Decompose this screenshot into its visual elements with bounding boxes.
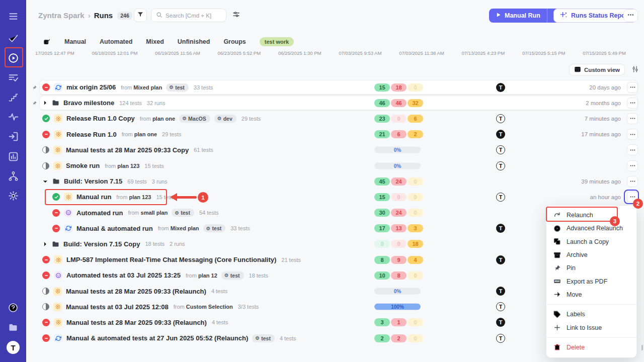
sidebar-item-menu[interactable] [0,9,26,23]
plan-name[interactable]: small plan [141,210,168,216]
run-name[interactable]: Automated tests at 03 Jul 2025 13:25 [66,272,181,279]
run-name[interactable]: Manual tests at 03 Jul 2025 12:08 [66,303,169,311]
env-chip[interactable]: ⚙test [172,209,194,217]
sidebar-item-import[interactable] [0,129,26,143]
assignee-avatar[interactable]: T [496,114,505,123]
plan-name[interactable]: plan one [134,131,157,137]
assignee-avatar[interactable]: T [496,161,505,170]
assignee-avatar[interactable]: T [496,83,505,92]
env-chip[interactable]: ⚙dev [214,115,236,123]
assignee-avatar[interactable]: T [496,224,505,233]
run-name[interactable]: Bravo milestone [63,99,114,107]
run-name[interactable]: Release Run 1.0 Copy [66,115,135,122]
run-name[interactable]: Manual tests at 28 Mar 2025 09:33 (Relau… [66,288,206,295]
assignee-avatar[interactable]: T [496,130,505,139]
run-group-row[interactable]: Build: Version 7.1569 tests3 runs4524039… [26,173,644,189]
assignee-avatar[interactable]: T [496,334,505,343]
expand-chevron-right-icon[interactable] [42,241,48,247]
run-name[interactable]: Manual run [76,193,111,201]
select-runs-icon[interactable] [43,38,51,46]
run-name[interactable]: Manual tests at 28 Mar 2025 09:33 (Relau… [66,319,207,326]
sidebar-item-test-list[interactable] [0,70,26,84]
tab-unfinished[interactable]: Unfinished [178,38,210,45]
tag-filter-badge[interactable]: test work [260,37,294,46]
sidebar-item-projects-folder[interactable] [0,320,26,334]
env-chip[interactable]: ⚙test [166,83,189,92]
menu-item-delete[interactable]: Delete [546,341,636,354]
sidebar-item-settings-gear[interactable] [0,189,26,203]
run-name[interactable]: Automated run [76,209,123,217]
run-row[interactable]: Release Run 1.0from plan one29 tests2162… [26,127,644,142]
menu-item-relaunch[interactable]: Relaunch [546,209,636,222]
plan-name[interactable]: Custom Selection [186,304,233,310]
filter-button[interactable] [134,9,147,22]
run-row[interactable]: Release Run 1.0 Copyfrom plan one⚙MacOS⚙… [26,111,644,126]
sidebar-item-analytics[interactable] [0,149,26,163]
run-name[interactable]: LMP-587 Implement Real-Time Chat Messagi… [66,256,276,263]
sidebar-item-branches[interactable] [0,169,26,183]
row-more-button[interactable] [627,98,638,109]
sidebar-item-steps[interactable] [0,90,26,104]
menu-item-link-to-issue[interactable]: Link to Issue [546,321,636,334]
breadcrumb-project[interactable]: Zyntra Spark [38,11,85,20]
search-input[interactable]: Search [Cmd + K] [151,9,226,22]
run-name[interactable]: Build: Version 7.15 [64,177,122,185]
tab-manual[interactable]: Manual [64,38,86,45]
run-name[interactable]: Manual tests at 28 Mar 2025 09:33 Copy [66,146,189,154]
plan-name[interactable]: plan 12 [198,273,217,279]
sidebar-account-avatar[interactable]: T [0,340,26,354]
run-name[interactable]: Manual & automated tests at 27 Jun 2025 … [66,334,248,342]
plan-name[interactable]: Mixed plan [171,225,199,231]
expand-chevron-right-icon[interactable] [42,100,48,106]
row-more-button[interactable] [627,192,638,203]
plan-name[interactable]: plan 123 [117,163,139,169]
run-name[interactable]: Manual & automated run [76,225,153,232]
run-group-row[interactable]: Bravo milestone124 tests32 runs4646322 m… [26,95,644,111]
row-more-button[interactable] [627,129,638,140]
run-name[interactable]: mix origin 25/06 [66,83,116,91]
row-more-button[interactable] [627,144,638,155]
menu-item-archive[interactable]: Archive [546,248,636,261]
menu-item-move[interactable]: Move [546,288,636,301]
scrollbar-thumb[interactable] [641,345,643,350]
row-more-button[interactable] [627,176,638,187]
custom-view-button[interactable]: Custom view [569,64,625,75]
menu-item-advanced-relaunch[interactable]: Advanced Relaunch [546,222,636,235]
sidebar-item-checks[interactable] [0,31,26,45]
sidebar-item-activity[interactable] [0,110,26,124]
menu-item-labels[interactable]: Labels [546,308,636,321]
run-row[interactable]: Manual runfrom plan 12315 tests1500Tan h… [26,189,644,205]
run-name[interactable]: Release Run 1.0 [66,131,117,138]
tab-mixed[interactable]: Mixed [146,38,164,45]
assignee-avatar[interactable]: T [496,193,505,202]
env-chip[interactable]: ⚙test [203,224,226,232]
tab-automated[interactable]: Automated [100,38,132,45]
run-name[interactable]: Smoke run [66,162,100,169]
plan-name[interactable]: plan 123 [129,194,151,200]
run-row[interactable]: Manual tests at 28 Mar 2025 09:33 Copy61… [26,142,644,158]
assignee-avatar[interactable]: T [496,318,505,327]
tab-groups[interactable]: Groups [223,38,246,45]
assignee-avatar[interactable]: T [496,145,505,154]
run-row[interactable]: Smoke runfrom plan 12315 tests0%T [26,158,644,173]
menu-item-pin[interactable]: Pin [546,261,636,275]
manual-run-button[interactable]: Manual Run [489,9,564,23]
sidebar-item-runs-play[interactable] [0,51,26,65]
assignee-avatar[interactable]: T [496,287,505,296]
env-chip[interactable]: ⚙test [252,334,275,342]
row-more-button[interactable] [627,113,638,124]
assignee-avatar[interactable]: T [496,255,505,264]
plan-name[interactable]: Mixed plan [133,84,162,90]
sidebar-item-help[interactable] [0,301,26,315]
menu-item-launch-a-copy[interactable]: Launch a Copy [546,235,636,248]
menu-item-export-as-pdf[interactable]: PDFExport as PDF [546,275,636,288]
env-chip[interactable]: ⚙test [221,272,244,280]
assignee-avatar[interactable]: T [496,302,505,311]
header-more-button[interactable] [623,9,638,22]
plan-name[interactable]: plan one [152,116,175,122]
search-settings-icon[interactable] [232,11,240,20]
view-settings-icon[interactable] [631,65,639,75]
run-row[interactable]: mix origin 25/06from Mixed plan⚙test33 t… [26,79,644,95]
env-chip[interactable]: ⚙MacOS [179,115,210,123]
row-more-button[interactable] [627,82,638,93]
